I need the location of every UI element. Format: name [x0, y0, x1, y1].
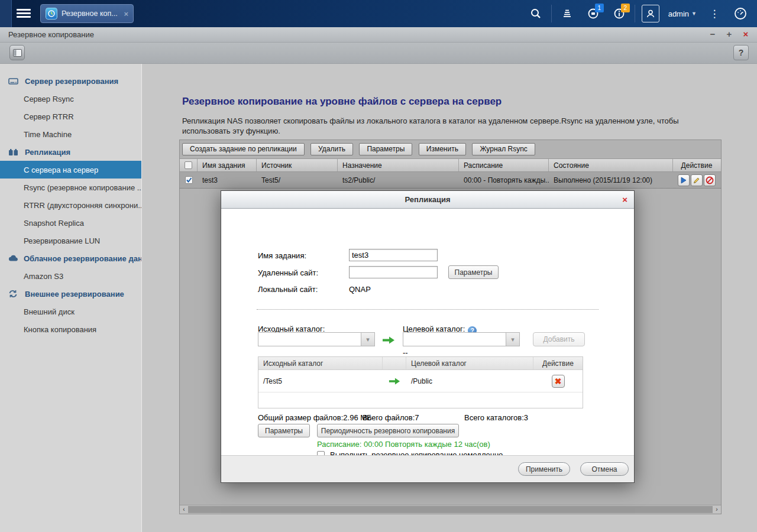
- sidebar: Сервер резервирования Сервер Rsync Серве…: [0, 64, 142, 532]
- edit-job-icon-button[interactable]: [691, 174, 703, 186]
- remote-site-label: Удаленный сайт:: [258, 268, 318, 277]
- column-header-destination[interactable]: Назначение: [338, 159, 459, 171]
- notifications-badge: 1: [595, 4, 604, 12]
- folder-pairs-table: Исходный каталог Целевой каталог Действи…: [258, 356, 583, 408]
- remove-pair-button[interactable]: ✖: [552, 375, 565, 388]
- options-button[interactable]: Параметры: [258, 424, 310, 437]
- job-name-label: Имя задания:: [258, 251, 306, 260]
- source-folder-dropdown[interactable]: ▾: [258, 332, 375, 346]
- job-state-cell: Выполнено (2015/11/19 12:00): [549, 172, 673, 188]
- column-header-source[interactable]: Источник: [257, 159, 338, 171]
- rsync-log-button[interactable]: Журнал Rsync: [472, 143, 535, 155]
- total-folders: Всего каталогов:3: [464, 413, 528, 422]
- page-description: Репликация NAS позволяет скопировать фай…: [182, 116, 719, 136]
- delete-job-button[interactable]: Удалить: [310, 143, 353, 155]
- edit-job-button[interactable]: Изменить: [419, 143, 466, 155]
- sidebar-item-rsync-backup[interactable]: Rsync (резервное копирование ...: [0, 179, 141, 196]
- sidebar-item-copy-button[interactable]: Кнопка копирования: [0, 320, 141, 338]
- minimize-button[interactable]: −: [707, 29, 718, 40]
- job-dest-cell: ts2/Public/: [338, 172, 459, 188]
- job-name-cell: test3: [198, 172, 257, 188]
- target-folder-dropdown[interactable]: ▾: [403, 332, 520, 346]
- app-tab-backup[interactable]: Резервное коп... ×: [40, 4, 134, 23]
- sidebar-item-external-disk[interactable]: Внешний диск: [0, 303, 141, 320]
- scrollbar-thumb[interactable]: [188, 506, 713, 513]
- sidebar-toggle-button[interactable]: [9, 45, 25, 60]
- info-icon[interactable]: 2: [606, 0, 632, 27]
- job-row-test3[interactable]: test3 Test5/ ts2/Public/ 00:00 - Повторя…: [180, 172, 721, 189]
- column-header-action[interactable]: Действие: [673, 159, 720, 171]
- column-header-name[interactable]: Имя задания: [198, 159, 257, 171]
- horizontal-scrollbar[interactable]: ‹ ›: [180, 505, 721, 514]
- dialog-title: Репликация: [221, 191, 634, 209]
- scroll-right-icon[interactable]: ›: [713, 505, 721, 514]
- dialog-close-icon[interactable]: ×: [622, 194, 627, 205]
- backup-frequency-button[interactable]: Периодичность резервного копирования: [317, 424, 459, 437]
- desktop-topbar: Резервное коп... × 1 2 admin ▼ ⋮: [0, 0, 757, 27]
- window-title: Резервное копирование: [8, 30, 94, 39]
- cancel-button[interactable]: Отмена: [580, 462, 629, 476]
- sidebar-item-time-machine[interactable]: Time Machine: [0, 125, 141, 143]
- more-options-icon[interactable]: ⋮: [701, 0, 727, 27]
- main-menu-icon[interactable]: [17, 7, 31, 20]
- backup-server-icon: [8, 77, 20, 85]
- help-button[interactable]: ?: [733, 45, 749, 60]
- apply-button[interactable]: Применить: [518, 462, 570, 476]
- user-avatar[interactable]: [638, 0, 664, 27]
- replication-icon: [8, 148, 20, 156]
- window-titlebar: Резервное копирование − + ×: [0, 27, 757, 43]
- jobs-toolbar: Создать задание по репликации Удалить Па…: [180, 140, 721, 158]
- tab-close-icon[interactable]: ×: [124, 9, 128, 18]
- window-close-button[interactable]: ×: [740, 29, 751, 40]
- admin-menu[interactable]: admin: [668, 9, 689, 18]
- job-name-input[interactable]: [349, 249, 438, 261]
- sidebar-item-snapshot-replica[interactable]: Snapshot Replica: [0, 214, 141, 232]
- pair-header-target: Целевой каталог: [406, 357, 533, 369]
- start-job-button[interactable]: [678, 174, 690, 186]
- chevron-down-icon: ▾: [506, 333, 519, 346]
- chevron-down-icon: ▾: [361, 333, 374, 346]
- folder-pair-row: /Test5 /Public ✖: [258, 370, 583, 392]
- dialog-titlebar: Репликация ×: [221, 191, 634, 209]
- dialog-footer: Применить Отмена: [221, 455, 634, 482]
- disable-job-button[interactable]: [704, 174, 716, 186]
- maximize-button[interactable]: +: [724, 29, 735, 40]
- sidebar-header-backup-server[interactable]: Сервер резервирования: [0, 72, 141, 90]
- create-replication-job-button[interactable]: Создать задание по репликации: [182, 143, 305, 155]
- window-toolstrip: ?: [0, 43, 757, 64]
- target-folder-dash: --: [403, 348, 408, 357]
- search-icon[interactable]: [523, 0, 549, 27]
- sidebar-item-lun-backup[interactable]: Резервирование LUN: [0, 232, 141, 249]
- sidebar-header-replication[interactable]: Репликация: [0, 143, 141, 161]
- dashboard-gauge-icon[interactable]: [727, 0, 753, 27]
- sidebar-item-amazon-s3[interactable]: Amazon S3: [0, 267, 141, 285]
- total-files: Всего файлов:7: [363, 413, 419, 422]
- job-options-button[interactable]: Параметры: [359, 143, 412, 155]
- sidebar-item-rtrr-sync[interactable]: RTRR (двухсторонняя синхрони...: [0, 196, 141, 214]
- pair-header-source: Исходный каталог: [258, 357, 383, 369]
- backup-app-icon: [46, 8, 57, 20]
- scroll-left-icon[interactable]: ‹: [180, 505, 188, 514]
- local-site-value: QNAP: [349, 285, 371, 294]
- remote-site-input[interactable]: [349, 266, 438, 278]
- sidebar-item-rtrr-server[interactable]: Сервер RTRR: [0, 108, 141, 125]
- local-site-label: Локальный сайт:: [258, 285, 318, 294]
- sidebar-item-rsync-server[interactable]: Сервер Rsync: [0, 90, 141, 108]
- sidebar-item-server-to-server[interactable]: С сервера на сервер: [0, 161, 141, 179]
- info-badge: 2: [621, 4, 630, 12]
- column-header-schedule[interactable]: Расписание: [459, 159, 549, 171]
- remote-site-params-button[interactable]: Параметры: [448, 265, 499, 279]
- sidebar-header-external-backup[interactable]: Внешнее резервирование: [0, 285, 141, 303]
- job-schedule-cell: 00:00 - Повторять кажды...: [459, 172, 549, 188]
- notifications-icon[interactable]: 1: [580, 0, 606, 27]
- schedule-summary: Расписание: 00:00 Повторять каждые 12 ча…: [317, 440, 490, 449]
- app-tab-label: Резервное коп...: [62, 9, 120, 18]
- row-checkbox[interactable]: [185, 176, 193, 184]
- job-source-cell: Test5/: [257, 172, 338, 188]
- sidebar-header-cloud-backup[interactable]: Облачное резервирование дан...: [0, 249, 141, 267]
- column-header-state[interactable]: Состояние: [549, 159, 673, 171]
- map-arrow-icon: [382, 336, 395, 346]
- add-folder-pair-button[interactable]: Добавить: [533, 332, 585, 346]
- select-all-checkbox[interactable]: [185, 161, 192, 169]
- background-tasks-icon[interactable]: [554, 0, 580, 27]
